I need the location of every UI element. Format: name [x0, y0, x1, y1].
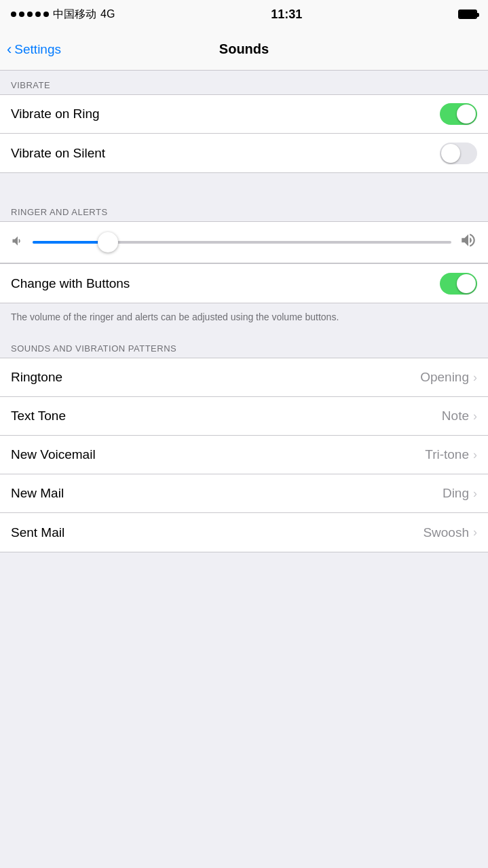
network-label: 4G [100, 8, 115, 20]
vibrate-on-ring-label: Vibrate on Ring [11, 107, 100, 121]
ringer-description: The volume of the ringer and alerts can … [0, 303, 488, 334]
ringtone-chevron-icon: › [473, 371, 477, 385]
vibrate-on-ring-toggle[interactable] [440, 103, 477, 125]
new-voicemail-chevron-icon: › [473, 448, 477, 462]
volume-slider-thumb[interactable] [98, 232, 118, 252]
new-mail-chevron-icon: › [473, 487, 477, 501]
volume-high-icon [459, 231, 477, 253]
status-left: 中国移动 4G [11, 7, 115, 22]
vibrate-on-ring-knob [457, 105, 476, 124]
text-tone-chevron-icon: › [473, 409, 477, 423]
back-chevron-icon: ‹ [7, 42, 12, 57]
new-mail-value-group: Ding › [443, 486, 477, 501]
ringtone-label: Ringtone [11, 370, 62, 385]
vibrate-on-ring-row[interactable]: Vibrate on Ring [0, 95, 488, 134]
sent-mail-label: Sent Mail [11, 525, 64, 540]
volume-slider-fill [33, 241, 108, 244]
page-title: Sounds [219, 41, 269, 57]
sent-mail-chevron-icon: › [473, 525, 477, 540]
vibrate-on-silent-row[interactable]: Vibrate on Silent [0, 134, 488, 172]
ringtone-value: Opening [420, 370, 469, 385]
text-tone-value-group: Note › [442, 409, 477, 423]
spacer-1 [0, 173, 488, 197]
vibrate-on-silent-toggle[interactable] [440, 143, 477, 164]
new-voicemail-label: New Voicemail [11, 447, 96, 462]
vibrate-on-silent-knob [441, 144, 460, 163]
new-mail-label: New Mail [11, 486, 64, 501]
signal-dots [11, 12, 49, 17]
sounds-patterns-header: SOUNDS AND VIBRATION PATTERNS [0, 334, 488, 358]
volume-slider-track[interactable] [33, 241, 451, 244]
change-with-buttons-row[interactable]: Change with Buttons [0, 264, 488, 303]
status-time: 11:31 [271, 7, 302, 22]
vibrate-section-header: VIBRATE [0, 71, 488, 94]
sent-mail-value: Swoosh [423, 525, 469, 540]
sent-mail-value-group: Swoosh › [423, 525, 477, 540]
vibrate-section: Vibrate on Ring Vibrate on Silent [0, 94, 488, 173]
new-mail-value: Ding [443, 486, 469, 501]
ringtone-row[interactable]: Ringtone Opening › [0, 358, 488, 397]
text-tone-row[interactable]: Text Tone Note › [0, 397, 488, 436]
change-with-buttons-knob [457, 274, 476, 293]
back-label: Settings [14, 42, 61, 57]
carrier-label: 中国移动 [53, 7, 96, 22]
battery-icon [458, 10, 477, 19]
new-voicemail-value-group: Tri-tone › [425, 447, 477, 462]
sent-mail-row[interactable]: Sent Mail Swoosh › [0, 513, 488, 552]
status-right [458, 10, 477, 19]
ringtone-value-group: Opening › [420, 370, 477, 385]
change-with-buttons-label: Change with Buttons [11, 276, 130, 291]
text-tone-value: Note [442, 409, 469, 423]
volume-slider-row [11, 231, 477, 253]
status-bar: 中国移动 4G 11:31 [0, 0, 488, 29]
sounds-patterns-section: Ringtone Opening › Text Tone Note › New … [0, 358, 488, 552]
text-tone-label: Text Tone [11, 409, 66, 423]
new-mail-row[interactable]: New Mail Ding › [0, 474, 488, 513]
change-with-buttons-toggle[interactable] [440, 273, 477, 295]
new-voicemail-value: Tri-tone [425, 447, 469, 462]
change-with-buttons-section: Change with Buttons [0, 263, 488, 303]
new-voicemail-row[interactable]: New Voicemail Tri-tone › [0, 436, 488, 474]
nav-bar: ‹ Settings Sounds [0, 29, 488, 71]
ringer-section-header: RINGER AND ALERTS [0, 197, 488, 221]
ringer-slider-section [0, 221, 488, 263]
battery-fill [459, 11, 476, 18]
back-button[interactable]: ‹ Settings [7, 42, 61, 57]
volume-low-icon [11, 234, 24, 251]
vibrate-on-silent-label: Vibrate on Silent [11, 146, 105, 161]
